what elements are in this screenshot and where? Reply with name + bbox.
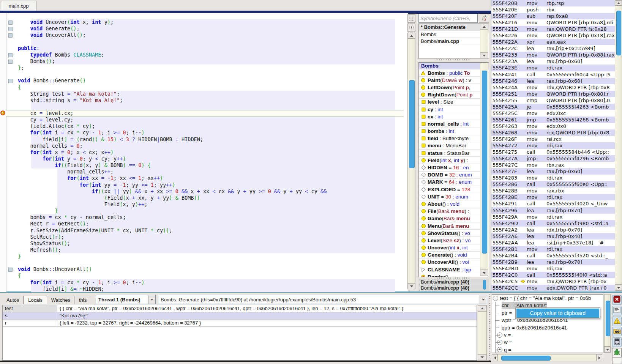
member-item[interactable]: MARK = 64 : enum — [419, 179, 489, 186]
results-scroll-down-button[interactable] — [480, 53, 488, 58]
disassembly-row[interactable]: 555F42AAlearsi,[rip+0x337e18] # — [491, 240, 615, 246]
locals-row[interactable]: r{ left = -9232, top = 32767, right = -2… — [3, 320, 477, 327]
tree-scroll-right-button[interactable] — [596, 354, 602, 361]
member-item[interactable]: HIDDEN = 16 : en — [419, 164, 489, 171]
tab-this[interactable]: this — [75, 296, 91, 304]
disassembly-row[interactable]: 555F429Amovrdi,rax — [491, 214, 615, 220]
member-item[interactable]: Menu(Bar& menu — [419, 222, 489, 230]
disassembly-row[interactable]: 555F423Alearax,[rbp-0x60] — [491, 58, 615, 65]
chevron-down-icon[interactable] — [480, 295, 487, 304]
code-line[interactable]: ShowStatus(); — [0, 240, 408, 247]
code-line[interactable]: }; — [0, 65, 408, 71]
tree-root-item[interactable]: −test = { { chr = "Ala ma kota!", ptr = … — [492, 295, 603, 302]
code-line[interactable]: if((xx || yy) && x + xx >= 0 && x + xx <… — [0, 188, 408, 195]
symbol-result-item[interactable]: Bombs — [419, 31, 489, 38]
tab-locals[interactable]: Locals — [24, 296, 47, 304]
tree-scrollbar[interactable] — [604, 294, 611, 347]
code-line[interactable]: for(int i = cx * cy - 1; i >= 0; i--) — [0, 279, 408, 286]
tree-scrollbar-thumb[interactable] — [606, 301, 610, 336]
code-line[interactable]: if((Field(x, y) & BOMB) == 0) { — [0, 162, 408, 169]
sort-button[interactable]: ↓ AZ — [479, 14, 489, 23]
code-line[interactable] — [0, 104, 408, 110]
code-line[interactable]: { — [0, 273, 408, 279]
tree-item[interactable]: +q = — [496, 346, 603, 353]
errors-button[interactable] — [612, 317, 622, 326]
disassembly-row[interactable]: 555F4296learax,[rbp-0x70] — [491, 207, 615, 214]
disassembly-row[interactable]: 555F42B1movrdi,rax — [491, 246, 615, 252]
member-item[interactable]: RightDown(Point p — [419, 91, 489, 99]
disassembly-row[interactable]: 555F42C0call0x5555555f40f0 <std::a — [491, 272, 615, 278]
tree-scroll-left-button[interactable] — [492, 354, 498, 361]
member-item[interactable]: EXPLODED = 128 — [419, 186, 489, 193]
disassembly-row[interactable]: 555F427Cmovrbx,rax — [491, 162, 615, 168]
code-line[interactable]: std::string s = "Kot ma Alę!"; — [0, 97, 408, 104]
code-line[interactable]: Refresh(); — [0, 247, 408, 253]
tree-hscrollbar-thumb[interactable] — [501, 356, 551, 361]
disassembly-row[interactable]: 555F4251movQWORD PTR [rbp-0x80],r — [491, 91, 615, 97]
debug-button[interactable] — [612, 348, 622, 358]
disassembly-row[interactable]: 555F42A6learax,[rbp-0x40] — [491, 233, 615, 240]
disassembly-row[interactable]: 555F4263movedx,0x0 — [491, 123, 615, 129]
disassembly-pane[interactable]: 555F420Bmovrbp,rsp555F420Epushrbx555F420… — [491, 0, 615, 292]
member-item[interactable]: Bombs : public To — [419, 69, 489, 77]
disassembly-row[interactable]: 555F421Dmovrax,QWORD PTR fs:0x28 — [491, 26, 615, 32]
member-item[interactable]: Level(Size sz) : vo — [419, 237, 489, 244]
disassembly-row[interactable]: 555F4246learax,[rbp-0x60] — [491, 78, 615, 84]
member-item[interactable]: File(Bar& menu) : — [419, 208, 489, 215]
tab-main-cpp[interactable]: main.cpp — [1, 1, 36, 11]
member-item[interactable]: Uncover(int x, int — [419, 244, 489, 252]
disassembly-row[interactable]: 555F4261jmp0x5555555f4268 <Bomb — [491, 117, 615, 123]
disassembly-row[interactable]: 555F425Aje0x5555555f4263 <Bomb — [491, 104, 615, 110]
code-line[interactable]: void Generate(); — [0, 25, 408, 32]
expand-icon[interactable]: + — [497, 347, 502, 352]
disasm-scroll-up-button[interactable] — [615, 0, 622, 6]
disassembly-row[interactable]: 555F4272movrdi,rax — [491, 142, 615, 149]
member-item[interactable]: BOMB = 32 : enum — [419, 172, 489, 179]
code-line[interactable]: for(int yy = -1; yy <= 1; yy++) — [0, 182, 408, 188]
panel-resize-handle[interactable] — [437, 277, 471, 279]
disassembly-row[interactable]: 555F422Clearax,[rip+0x337e89] — [491, 45, 615, 52]
member-item[interactable]: LeftDown(Point p, — [419, 84, 489, 91]
disassembly-row[interactable]: 555F420Fsubrsp,0xa8 — [491, 13, 615, 19]
disassembly-row[interactable]: 555F427Flearax,[rbp-0x60] — [491, 168, 615, 175]
symbol-search-box[interactable] — [418, 14, 478, 23]
disassembly-row[interactable]: 555F422Axoreax,eax — [491, 39, 615, 45]
code-line[interactable]: } — [0, 253, 408, 260]
chevron-down-icon[interactable] — [148, 295, 155, 304]
member-item[interactable]: UNIT = 30 : enum — [419, 193, 489, 200]
symbol-result-item[interactable]: * Bombs::Generate — [419, 24, 489, 31]
disassembly-row[interactable]: 555F425Cmovedx,0xc — [491, 110, 615, 117]
disassembly-row[interactable]: 555F426Fmovrsi,rcx — [491, 136, 615, 142]
disassembly-row[interactable]: 555F428Bmovrax,rbx — [491, 188, 615, 194]
panel-resize-handle[interactable] — [437, 59, 471, 60]
vertical-splitter[interactable] — [489, 294, 490, 361]
code-line[interactable]: void UncoverAll(); — [0, 32, 408, 38]
symbol-search-input[interactable] — [419, 14, 477, 22]
disassembly-row[interactable]: 555F4233movQWORD PTR [rbp-0x88],rax — [491, 52, 615, 58]
code-line[interactable]: r.SetSize(AddFrameSize(UNIT * cx, UNIT *… — [0, 227, 408, 234]
thread-selector[interactable]: Thread 1 (Bombs) — [96, 295, 156, 304]
members-scroll-down-button[interactable] — [480, 270, 488, 276]
symbol-result-item[interactable]: Bombs/main.cpp — [419, 38, 489, 45]
code-line[interactable]: for(int i = cx * cy - 1; i >= 0; i--) — [0, 129, 408, 136]
tree-hscrollbar[interactable] — [498, 354, 596, 361]
results-scrollbar[interactable] — [480, 29, 488, 53]
disassembly-row[interactable]: 555F4255cmpQWORD PTR [rbp-0x80],0 — [491, 97, 615, 104]
stack-frame-selector[interactable]: Bombs::Generate (this=0x7fffffffdc90) at… — [158, 295, 487, 304]
member-item[interactable]: normal_cells : int — [419, 120, 489, 128]
console-button[interactable] — [612, 306, 622, 315]
disassembly-row[interactable]: 555F42BDmovrdi,rax — [491, 265, 615, 272]
split-vertical-button[interactable] — [407, 24, 415, 32]
locals-row[interactable]: test{ { chr = "Ala ma kota!", ptr = 0x6b… — [3, 305, 477, 312]
results-scroll-up-button[interactable] — [480, 24, 488, 29]
code-editor[interactable]: void Uncover(int x, int y); void Generat… — [0, 13, 408, 292]
code-line[interactable]: field.Alloc(cx * cy); — [0, 123, 408, 129]
file-list-item[interactable]: Bombs/main.cpp (48) — [418, 285, 489, 291]
file-list-item[interactable]: Bombs/main.cpp (40) — [418, 279, 489, 285]
disasm-scrollbar-thumb[interactable] — [616, 11, 621, 55]
code-line[interactable]: normal_cells = 0; — [0, 143, 408, 149]
code-line[interactable]: normal_cells++; — [0, 169, 408, 175]
disasm-scrollbar[interactable] — [615, 6, 622, 285]
editor-scrollbar-thumb[interactable] — [409, 80, 415, 168]
disassembly-row[interactable]: 555F42CCmovedx,DWORD PTR [rax+0 — [491, 285, 615, 291]
